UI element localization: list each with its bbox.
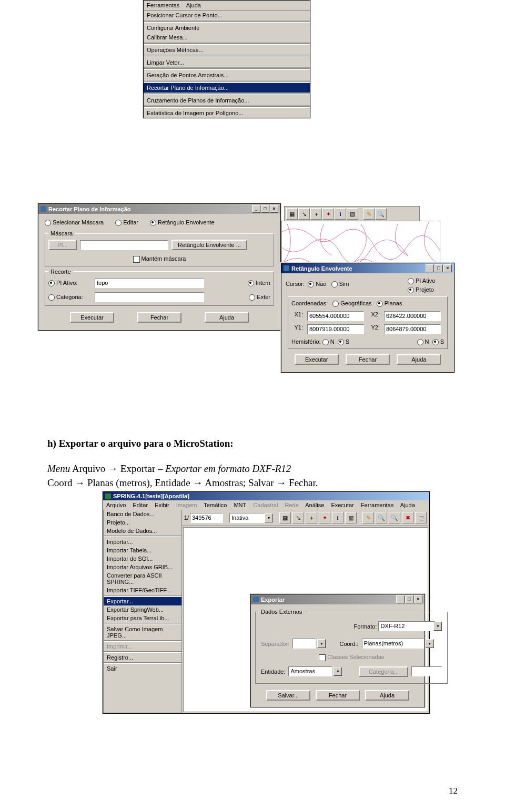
maximize-icon[interactable]: □ <box>435 264 443 272</box>
close-icon[interactable]: × <box>414 595 422 603</box>
pi-button[interactable]: PI... <box>48 240 77 250</box>
classes-checkbox[interactable]: Classes Selecionadas <box>319 654 384 660</box>
zoom-icon[interactable]: 🔍 <box>375 208 387 220</box>
arquivo-menu-item[interactable]: Importar Arquivos GRIB... <box>104 563 181 571</box>
mb-analise[interactable]: Análise <box>305 502 324 508</box>
ajuda-button[interactable]: Ajuda <box>397 354 441 365</box>
mb-mnt[interactable]: MNT <box>234 502 246 508</box>
scale-input[interactable]: 349576 <box>190 513 223 523</box>
categoria-input[interactable] <box>95 292 204 302</box>
arquivo-menu-item[interactable]: Importar do SGI... <box>104 554 181 563</box>
tool-icon[interactable]: ✦ <box>322 208 334 220</box>
mb-rede[interactable]: Rede <box>285 502 298 508</box>
arquivo-menu-item[interactable]: Importar Tabela... <box>104 546 181 554</box>
plus-icon[interactable]: ＋ <box>310 208 322 220</box>
arquivo-menu-item[interactable]: Modelo de Dados... <box>104 527 181 535</box>
menu-item[interactable]: Operações Métricas... <box>144 45 310 55</box>
tool-icon[interactable]: ▦ <box>286 208 298 220</box>
mb-ferramentas[interactable]: Ferramentas <box>361 502 393 508</box>
menu-item[interactable]: Cruzamento de Planos de Informação... <box>144 96 310 106</box>
radio-hemi-s2[interactable]: S <box>432 338 444 345</box>
tool-icon[interactable]: ▧ <box>345 512 357 523</box>
tool-icon[interactable]: ↘ <box>298 208 310 220</box>
close-icon[interactable]: × <box>443 264 452 272</box>
radio-projeto[interactable]: Projeto <box>408 286 450 293</box>
radio-externo[interactable]: Exter <box>249 294 270 301</box>
mb-imagem[interactable]: Imagem <box>176 502 197 508</box>
ajuda-button[interactable]: Ajuda <box>365 690 409 701</box>
menu-ferramentas[interactable]: Ferramentas <box>147 2 179 8</box>
categoria-input[interactable] <box>411 666 442 676</box>
executar-button[interactable]: Executar <box>295 354 339 365</box>
chevron-down-icon[interactable]: ▼ <box>265 513 273 522</box>
piativo-input[interactable]: topo <box>95 278 204 288</box>
arquivo-menu-item[interactable]: Exportar SpringWeb... <box>104 605 181 614</box>
zoom-in-icon[interactable]: 🔍 <box>376 512 387 523</box>
executar-button[interactable]: Executar <box>70 312 114 323</box>
radio-editar[interactable]: Editar <box>115 219 138 226</box>
fechar-button[interactable]: Fechar <box>316 690 360 701</box>
mb-ajuda[interactable]: Ajuda <box>400 502 415 508</box>
minimize-icon[interactable]: _ <box>252 205 260 213</box>
coord-combo[interactable]: Planas(metros) <box>362 639 424 649</box>
radio-cursor-sim[interactable]: Sim <box>331 281 349 287</box>
arquivo-menu-item[interactable]: Importar... <box>104 538 181 546</box>
tool-icon[interactable]: ▧ <box>347 208 358 220</box>
mantem-checkbox[interactable]: Mantém máscara <box>133 255 186 262</box>
tool-icon[interactable]: ⬚ <box>415 512 427 523</box>
chevron-down-icon[interactable]: ▼ <box>426 639 434 648</box>
radio-geograficas[interactable]: Geográficas <box>332 300 371 306</box>
arquivo-menu-item[interactable]: Banco de Dados... <box>104 510 181 518</box>
radio-hemi-n1[interactable]: N <box>322 338 335 345</box>
radio-piativo[interactable]: PI Ativo: <box>48 280 90 286</box>
close-icon[interactable]: × <box>270 205 278 213</box>
fechar-button[interactable]: Fechar <box>137 312 181 323</box>
menu-item[interactable]: Geração de Pontos Amostrais... <box>144 70 310 80</box>
tool-icon[interactable]: ✖ <box>402 512 413 523</box>
inativa-combo[interactable]: Inativa <box>229 513 265 523</box>
menu-item[interactable]: Configurar Ambiente <box>144 23 310 33</box>
menu-item[interactable]: Calibrar Mesa... <box>144 33 310 43</box>
chevron-down-icon[interactable]: ▼ <box>334 667 342 676</box>
radio-retangulo[interactable]: Retângulo Envolvente <box>150 219 215 226</box>
mb-arquivo[interactable]: Arquivo <box>106 502 126 508</box>
separador-combo[interactable] <box>292 639 316 649</box>
arquivo-menu-item[interactable]: Salvar Como Imagem JPEG... <box>104 625 181 640</box>
entidade-combo[interactable]: Amostras <box>288 666 332 676</box>
minimize-icon[interactable]: _ <box>426 264 434 272</box>
menu-item[interactable]: Posicionar Cursor de Ponto... <box>144 11 310 20</box>
y1-input[interactable]: 8007919.00000 <box>307 324 364 334</box>
chevron-down-icon[interactable]: ▼ <box>317 639 326 648</box>
minimize-icon[interactable]: _ <box>396 595 405 603</box>
x1-input[interactable]: 605554.000000 <box>307 311 364 321</box>
radio-planas[interactable]: Planas <box>377 300 402 306</box>
maximize-icon[interactable]: □ <box>405 595 413 603</box>
salvar-button[interactable]: Salvar... <box>266 690 310 701</box>
radio-selecionar[interactable]: Selecionar Máscara <box>45 219 104 226</box>
ajuda-button[interactable]: Ajuda <box>205 312 249 323</box>
menu-item[interactable]: Limpar Vetor... <box>144 58 310 68</box>
radio-piativo[interactable]: PI Ativo <box>408 277 450 284</box>
retangulo-button[interactable]: Retângulo Envolvente ... <box>171 240 247 250</box>
tool-icon[interactable]: ▦ <box>279 512 291 523</box>
radio-hemi-s1[interactable]: S <box>338 338 349 345</box>
arquivo-menu-item[interactable]: Converter para ASCII SPRING... <box>104 571 181 586</box>
plus-icon[interactable]: ＋ <box>306 512 317 523</box>
radio-interno[interactable]: Intern <box>248 280 270 286</box>
formato-combo[interactable]: DXF-R12 <box>378 621 435 631</box>
fechar-button[interactable]: Fechar <box>346 354 390 365</box>
info-icon[interactable]: i <box>332 512 344 523</box>
mb-editar[interactable]: Editar <box>133 502 148 508</box>
menu-item-selected[interactable]: Recortar Plano de Informação... <box>144 83 310 93</box>
menu-ajuda[interactable]: Ajuda <box>186 2 201 8</box>
x2-input[interactable]: 626422.000000 <box>384 311 441 321</box>
info-icon[interactable]: i <box>335 208 346 220</box>
radio-categoria[interactable]: Categoria: <box>48 294 90 301</box>
mb-tematico[interactable]: Temático <box>204 502 227 508</box>
tool-icon[interactable]: ✦ <box>319 512 330 523</box>
zoom-icon[interactable]: 🔍 <box>389 512 400 523</box>
categoria-button[interactable]: Categoria... <box>359 666 408 677</box>
arquivo-menu-item[interactable]: Exportar... <box>104 597 181 605</box>
arquivo-menu-item[interactable]: Importar TIFF/GeoTIFF... <box>104 586 181 594</box>
y2-input[interactable]: 8064879.00000 <box>384 324 441 334</box>
